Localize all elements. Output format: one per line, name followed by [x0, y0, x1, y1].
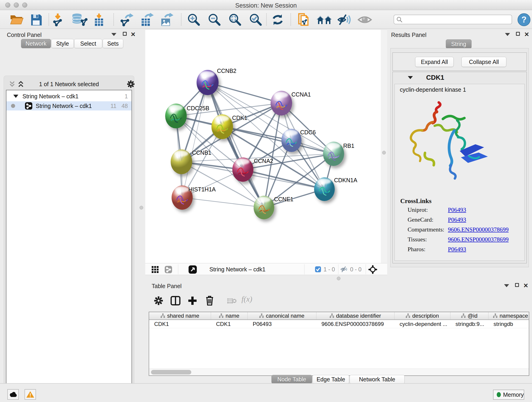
crosslink-link[interactable]: 9606.ENSP00000378699 — [448, 226, 509, 233]
birdseye-view-icon[interactable] — [188, 265, 197, 274]
home-button[interactable] — [316, 13, 332, 26]
left-splitter-handle[interactable] — [139, 206, 143, 210]
node-table[interactable]: shared namenamecanonical namedatabase id… — [149, 312, 529, 376]
grid-view-icon[interactable] — [151, 266, 159, 274]
gene-collapse-icon[interactable] — [408, 76, 413, 79]
node-CCNE1[interactable] — [254, 196, 274, 219]
horizontal-splitter[interactable] — [145, 275, 532, 282]
network-share-view-icon[interactable] — [165, 266, 172, 274]
tab-sets[interactable]: Sets — [103, 39, 123, 48]
expand-all-button[interactable]: Expand All — [415, 57, 454, 67]
cell[interactable]: cyclin-dependent ... — [394, 320, 450, 328]
gear-icon[interactable] — [127, 80, 135, 88]
zoom-in-button[interactable] — [187, 13, 201, 26]
results-panel-float-icon[interactable] — [516, 32, 520, 36]
tree-expand-icon[interactable] — [13, 95, 18, 98]
node-CDKN1A[interactable] — [314, 177, 335, 201]
edge-CCNA2-CDKN1A[interactable] — [243, 170, 324, 189]
scrollbar-thumb[interactable] — [151, 370, 191, 375]
search-input[interactable] — [402, 16, 503, 23]
column-header-name[interactable]: name — [211, 312, 248, 319]
collapse-all-button[interactable]: Collapse All — [462, 57, 506, 67]
warning-button[interactable] — [25, 389, 36, 400]
import-database-button[interactable] — [70, 13, 88, 26]
edge-CCNB2-CCNE1[interactable] — [208, 83, 264, 207]
delete-column-icon[interactable] — [205, 295, 215, 306]
tab-select[interactable]: Select — [74, 39, 102, 48]
column-header-description[interactable]: description — [394, 312, 450, 319]
import-table-button[interactable] — [92, 13, 106, 26]
tab-string[interactable]: String — [446, 39, 472, 49]
memory-button[interactable]: Memory — [493, 390, 524, 400]
control-panel-float-icon[interactable] — [123, 32, 127, 36]
node-CCNB1[interactable] — [171, 149, 192, 174]
column-header-namespace[interactable]: namespace — [488, 312, 529, 319]
cell[interactable]: CDK1 — [149, 320, 211, 328]
search-box[interactable] — [394, 15, 512, 24]
right-splitter[interactable] — [381, 30, 387, 263]
export-network-button[interactable] — [119, 13, 133, 26]
save-session-button[interactable] — [30, 13, 42, 26]
zoom-selected-button[interactable] — [249, 13, 263, 26]
network-tree-root-row[interactable]: String Network – cdk1 1 — [6, 92, 132, 100]
zoom-out-button[interactable] — [208, 13, 221, 26]
table-panel-menu-icon[interactable] — [504, 284, 509, 287]
table-gear-icon[interactable] — [154, 296, 163, 305]
selected-checkbox-icon[interactable] — [315, 266, 321, 273]
node-RB1[interactable] — [323, 142, 344, 166]
tab-network-table[interactable]: Network Table — [350, 375, 405, 384]
cell[interactable]: stringdb:9... — [450, 320, 488, 328]
column-header-canonical-name[interactable]: canonical name — [248, 312, 317, 319]
network-tree-child-row[interactable]: String Network – cdk1 11 48 — [6, 101, 132, 110]
node-CCNA1[interactable] — [271, 91, 292, 115]
open-session-button[interactable] — [10, 13, 24, 26]
table-panel-close-icon[interactable]: ✕ — [523, 283, 528, 288]
hide-panel-button[interactable] — [337, 13, 351, 26]
help-button[interactable]: ? — [517, 13, 531, 26]
cell[interactable]: 9606.ENSP00000378699 — [317, 320, 394, 328]
column-header--id[interactable]: @id — [450, 312, 488, 319]
node-CDC6[interactable] — [281, 129, 302, 152]
column-header-database-identifier[interactable]: database identifier — [317, 312, 394, 319]
crosshair-icon[interactable] — [368, 265, 378, 274]
results-panel-menu-icon[interactable] — [505, 33, 510, 36]
control-panel-close-icon[interactable]: ✕ — [131, 32, 136, 37]
left-splitter[interactable] — [138, 29, 145, 383]
cloud-button[interactable] — [7, 389, 19, 400]
export-image-button[interactable] — [159, 13, 174, 26]
crosslink-link[interactable]: P06493 — [448, 206, 466, 213]
node-CDK1[interactable] — [211, 114, 233, 139]
table-horizontal-scrollbar[interactable] — [149, 369, 529, 375]
refresh-button[interactable] — [271, 13, 284, 26]
hidden-eye-icon[interactable] — [341, 266, 348, 273]
table-row[interactable]: CDK1CDK1P064939606.ENSP00000378699cyclin… — [149, 320, 529, 328]
add-column-icon[interactable] — [187, 296, 197, 306]
crosslink-link[interactable]: P06493 — [448, 216, 466, 223]
right-splitter-handle[interactable] — [382, 151, 386, 154]
crosslink-link[interactable]: P06493 — [448, 246, 466, 253]
table-panel-float-icon[interactable] — [515, 283, 519, 287]
tab-edge-table[interactable]: Edge Table — [312, 375, 349, 384]
export-table-button[interactable] — [139, 13, 154, 26]
clone-network-button[interactable] — [298, 13, 311, 26]
edge-CCNB2-HIST1H1A[interactable] — [182, 83, 208, 198]
node-CCNA2[interactable] — [232, 157, 253, 182]
horizontal-splitter-handle[interactable] — [337, 277, 341, 280]
results-panel-close-icon[interactable]: ✕ — [524, 32, 529, 37]
show-columns-icon[interactable] — [171, 296, 181, 306]
column-header-shared-name[interactable]: shared name — [149, 312, 211, 319]
cell[interactable]: stringdb — [488, 320, 529, 328]
tab-node-table[interactable]: Node Table — [272, 375, 312, 384]
crosslink-link[interactable]: 9606.ENSP00000378699 — [448, 236, 509, 243]
network-canvas[interactable]: CCNB2CCNA1CDC25BCDK1CDC6RB1CCNB1CCNA2CDK… — [145, 30, 381, 263]
node-CCNB2[interactable] — [196, 70, 219, 95]
tab-style[interactable]: Style — [51, 39, 74, 48]
show-eye-button[interactable] — [357, 13, 372, 26]
node-CDC25B[interactable] — [165, 104, 187, 128]
control-panel-menu-icon[interactable] — [111, 33, 116, 36]
cell[interactable]: P06493 — [248, 320, 317, 328]
edge-HIST1H1A-CCNE1[interactable] — [182, 198, 264, 207]
zoom-fit-button[interactable] — [228, 13, 242, 26]
cell[interactable]: CDK1 — [211, 320, 248, 328]
tab-network[interactable]: Network — [21, 39, 51, 48]
